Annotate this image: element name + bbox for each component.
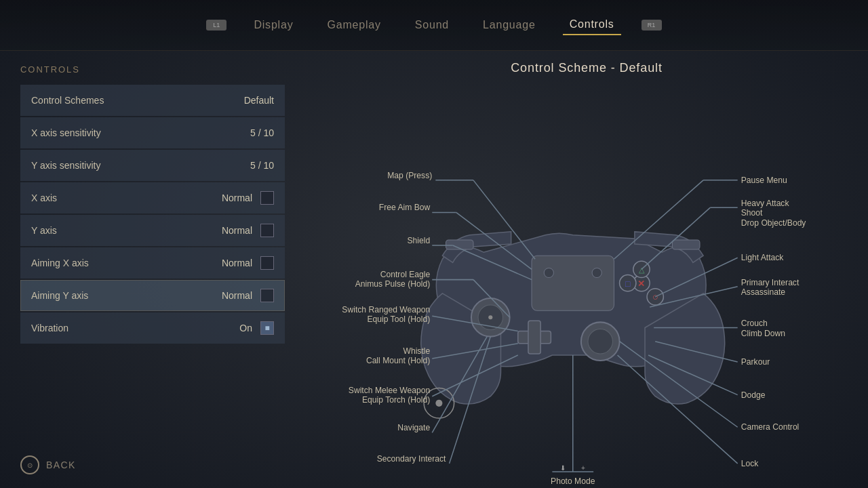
svg-text:Whistle: Whistle <box>403 346 430 356</box>
svg-text:Secondary Interact: Secondary Interact <box>377 454 446 464</box>
setting-row-control-schemes[interactable]: Control Schemes Default <box>20 85 285 116</box>
svg-point-17 <box>592 268 601 277</box>
checkbox-vibration[interactable] <box>260 321 274 335</box>
right-panel: Control Scheme - Default .label-text { f… <box>305 51 868 488</box>
left-panel: CONTROLS Control Schemes Default X axis … <box>0 51 305 488</box>
svg-text:Call Mount (Hold): Call Mount (Hold) <box>366 356 430 365</box>
svg-point-21 <box>435 400 442 407</box>
svg-text:Equip Tool (Hold): Equip Tool (Hold) <box>367 314 430 324</box>
nav-items-container: L1 Display Gameplay Sound Language Contr… <box>206 15 661 35</box>
svg-text:Shoot: Shoot <box>741 208 763 218</box>
controller-diagram: .label-text { fill: #c8bfa8; font-size: … <box>305 58 868 488</box>
svg-text:Parkour: Parkour <box>741 357 770 367</box>
svg-text:Drop Object/Body: Drop Object/Body <box>741 218 807 228</box>
svg-text:Navigate: Navigate <box>397 423 430 432</box>
svg-text:Free Aim Bow: Free Aim Bow <box>379 203 431 212</box>
svg-rect-0 <box>532 256 614 310</box>
setting-name-control-schemes: Control Schemes <box>31 95 104 106</box>
setting-name-y-axis-sensitivity: Y axis sensitivity <box>31 160 100 171</box>
setting-name-x-axis-sensitivity: X axis sensitivity <box>31 127 101 138</box>
svg-text:Switch Melee Weapon: Switch Melee Weapon <box>349 386 430 395</box>
svg-point-5 <box>588 329 612 354</box>
svg-text:Dodge: Dodge <box>741 390 766 400</box>
setting-name-aiming-y-axis: Aiming Y axis <box>31 290 88 301</box>
svg-text:Camera Control: Camera Control <box>741 422 800 432</box>
setting-row-aiming-x-axis[interactable]: Aiming X axis Normal <box>20 247 285 279</box>
nav-item-controls[interactable]: Controls <box>563 15 621 35</box>
left-trigger-icon: L1 <box>206 20 226 30</box>
svg-text:Switch Ranged Weapon: Switch Ranged Weapon <box>342 305 430 314</box>
svg-text:Equip Torch (Hold): Equip Torch (Hold) <box>362 395 430 405</box>
setting-value-container-6: Normal <box>222 289 274 302</box>
checkbox-x-axis[interactable] <box>260 191 274 205</box>
setting-row-x-axis-sensitivity[interactable]: X axis sensitivity 5 / 10 <box>20 117 285 148</box>
svg-text:Map (Press): Map (Press) <box>387 171 432 180</box>
setting-row-x-axis[interactable]: X axis Normal <box>20 182 285 214</box>
section-title: CONTROLS <box>20 64 285 75</box>
svg-text:Primary Interact: Primary Interact <box>741 278 800 287</box>
setting-value-container-5: Normal <box>222 256 274 270</box>
setting-name-aiming-x-axis: Aiming X axis <box>31 258 89 268</box>
svg-point-3 <box>488 315 492 319</box>
svg-text:Shield: Shield <box>408 236 431 245</box>
setting-name-vibration: Vibration <box>31 323 68 333</box>
svg-text:Lock: Lock <box>741 459 760 468</box>
back-icon: ⊙ <box>20 455 39 474</box>
checkbox-aiming-y-axis[interactable] <box>260 289 274 302</box>
setting-row-y-axis[interactable]: Y axis Normal <box>20 215 285 246</box>
svg-text:□: □ <box>625 279 631 289</box>
setting-value-container-7: On <box>239 321 274 335</box>
setting-value-control-schemes: Default <box>244 95 274 106</box>
svg-text:Assassinate: Assassinate <box>741 287 786 297</box>
checkbox-aiming-x-axis[interactable] <box>260 256 274 270</box>
nav-item-display[interactable]: Display <box>247 16 300 35</box>
main-content: CONTROLS Control Schemes Default X axis … <box>0 51 868 488</box>
setting-row-vibration[interactable]: Vibration On <box>20 312 285 344</box>
svg-text:Crouch: Crouch <box>741 319 768 328</box>
svg-text:Animus Pulse (Hold): Animus Pulse (Hold) <box>355 279 431 289</box>
svg-text:Light Attack: Light Attack <box>741 253 785 262</box>
svg-text:+: + <box>581 464 585 472</box>
setting-value-container-4: Normal <box>222 224 274 237</box>
nav-item-language[interactable]: Language <box>476 16 542 35</box>
right-trigger-icon: R1 <box>642 20 662 30</box>
setting-value-aiming-x-axis: Normal <box>222 258 252 268</box>
setting-row-y-axis-sensitivity[interactable]: Y axis sensitivity 5 / 10 <box>20 150 285 181</box>
svg-rect-19 <box>673 240 700 249</box>
back-button[interactable]: ⊙ BACK <box>20 455 76 474</box>
svg-rect-7 <box>528 321 540 354</box>
setting-value-container-1: 5 / 10 <box>250 127 274 138</box>
setting-value-container-0: Default <box>244 95 274 106</box>
setting-value-container-3: Normal <box>222 191 274 205</box>
svg-text:○: ○ <box>652 291 658 302</box>
nav-item-sound[interactable]: Sound <box>408 16 456 35</box>
top-navigation: L1 Display Gameplay Sound Language Contr… <box>0 0 868 51</box>
svg-text:✕: ✕ <box>637 279 645 289</box>
svg-text:Pause Menu: Pause Menu <box>741 176 787 185</box>
svg-text:Heavy Attack: Heavy Attack <box>741 199 790 208</box>
back-label: BACK <box>46 460 76 470</box>
svg-text:Control Eagle: Control Eagle <box>380 270 431 279</box>
setting-value-y-axis-sensitivity: 5 / 10 <box>250 160 274 171</box>
setting-value-aiming-y-axis: Normal <box>222 290 252 301</box>
settings-list: Control Schemes Default X axis sensitivi… <box>20 85 285 344</box>
checkbox-y-axis[interactable] <box>260 224 274 237</box>
setting-name-y-axis: Y axis <box>31 225 57 236</box>
svg-point-16 <box>544 268 553 277</box>
svg-text:Climb Down: Climb Down <box>741 329 785 338</box>
setting-value-container-2: 5 / 10 <box>250 160 274 171</box>
setting-row-aiming-y-axis[interactable]: Aiming Y axis Normal <box>20 280 285 311</box>
svg-text:⬇: ⬇ <box>560 464 566 472</box>
setting-value-y-axis: Normal <box>222 225 252 236</box>
setting-value-x-axis-sensitivity: 5 / 10 <box>250 127 274 138</box>
setting-value-vibration: On <box>239 323 252 333</box>
setting-value-x-axis: Normal <box>222 192 252 203</box>
setting-name-x-axis: X axis <box>31 192 57 203</box>
svg-text:Photo Mode: Photo Mode <box>551 476 595 486</box>
nav-item-gameplay[interactable]: Gameplay <box>320 16 387 35</box>
